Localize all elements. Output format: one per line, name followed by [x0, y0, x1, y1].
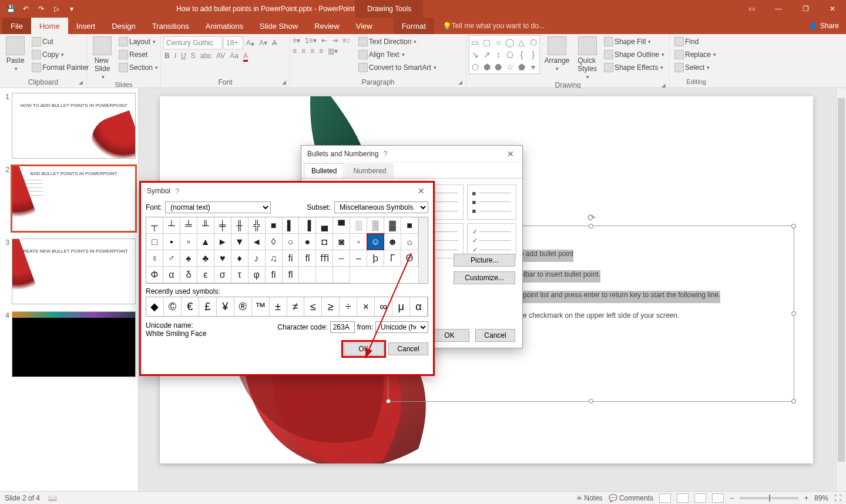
symbol-cell[interactable]: ♀: [146, 250, 163, 267]
tab-numbered[interactable]: Numbered: [345, 163, 394, 178]
bullet-style-check[interactable]: ✓✓✓: [467, 223, 517, 258]
tab-format[interactable]: Format: [394, 18, 434, 34]
symbol-cell[interactable]: Γ: [384, 250, 401, 267]
justify-button[interactable]: ≡: [319, 47, 323, 55]
save-button[interactable]: 💾: [4, 2, 18, 16]
font-dialog-launcher[interactable]: ◢: [282, 79, 286, 85]
comments-button[interactable]: 💬 Comments: [609, 494, 653, 502]
font-family-combo[interactable]: Century Gothic: [163, 36, 222, 49]
recent-symbol-cell[interactable]: ©: [164, 297, 182, 316]
symbol-cell[interactable]: ﬁ: [283, 250, 300, 267]
ribbon-display-options-button[interactable]: ▭: [738, 0, 765, 18]
scroll-thumb[interactable]: [838, 98, 845, 462]
align-left-button[interactable]: ≡: [293, 47, 297, 55]
close-icon[interactable]: ✕: [415, 186, 427, 196]
spellcheck-icon[interactable]: 📖: [48, 494, 57, 502]
recent-symbol-cell[interactable]: ×: [357, 297, 375, 316]
recent-symbol-cell[interactable]: ™: [252, 297, 270, 316]
italic-button[interactable]: I: [174, 52, 176, 62]
shrink-font-button[interactable]: A▾: [257, 39, 269, 47]
text-direction-button[interactable]: Text Direction▾: [356, 35, 439, 48]
symbol-cell[interactable]: ♥: [214, 250, 231, 267]
symbol-cell[interactable]: ﬂ: [299, 250, 316, 267]
font-size-combo[interactable]: 18+: [223, 36, 243, 49]
symbol-cell[interactable]: ╫: [231, 217, 249, 234]
recent-symbols-row[interactable]: ◆©€£¥®™±≠≤≥÷×∞μα: [146, 297, 428, 317]
symbol-cell[interactable]: ╬: [249, 217, 266, 234]
maximize-button[interactable]: ❐: [792, 0, 819, 18]
symbol-cell[interactable]: ‒: [333, 250, 350, 267]
symbol-cell[interactable]: ◄: [249, 234, 266, 250]
normal-view-button[interactable]: [659, 493, 671, 503]
symbol-cell[interactable]: ○: [283, 234, 300, 250]
tab-bulleted[interactable]: Bulleted: [304, 163, 344, 178]
subset-select[interactable]: Miscellaneous Symbols: [334, 201, 428, 213]
new-slide-button[interactable]: New Slide▾: [89, 35, 115, 81]
tab-transitions[interactable]: Transitions: [144, 18, 197, 34]
bold-button[interactable]: B: [164, 52, 170, 62]
slide-thumbnails-panel[interactable]: 1 HOW TO ADD BULLET POINTS IN POWERPOINT…: [0, 88, 139, 491]
vertical-scrollbar[interactable]: [836, 88, 846, 491]
increase-indent-button[interactable]: ⇥: [332, 36, 338, 45]
symbol-cell[interactable]: ◊: [266, 234, 283, 250]
symbol-cell[interactable]: ■: [401, 217, 418, 234]
symbol-cell[interactable]: ╧: [180, 217, 197, 234]
symbol-grid-scrollbar[interactable]: [418, 217, 428, 283]
symbol-cell[interactable]: ▒: [367, 217, 384, 234]
tab-slideshow[interactable]: Slide Show: [251, 18, 306, 34]
symbol-cell[interactable]: ▓: [384, 217, 401, 234]
tab-review[interactable]: Review: [306, 18, 348, 34]
recent-symbol-cell[interactable]: ≤: [304, 297, 322, 316]
tell-me-search[interactable]: 💡 Tell me what you want to do...: [434, 18, 553, 34]
from-select[interactable]: Unicode (hex): [375, 321, 428, 333]
close-icon[interactable]: ✕: [505, 149, 516, 159]
help-button[interactable]: ?: [378, 149, 392, 158]
clipboard-dialog-launcher[interactable]: ◢: [79, 79, 83, 85]
align-right-button[interactable]: ≡: [310, 47, 314, 55]
sorter-view-button[interactable]: [677, 493, 689, 503]
symbol-cell[interactable]: ▐: [299, 217, 316, 234]
notes-button[interactable]: ≐ Notes: [576, 494, 603, 502]
close-button[interactable]: ✕: [819, 0, 846, 18]
symbol-cell[interactable]: ♦: [231, 250, 249, 267]
reset-button[interactable]: Reset: [116, 48, 160, 61]
symbol-cell[interactable]: ▀: [333, 217, 350, 234]
strikethrough-button[interactable]: abc: [200, 52, 212, 62]
symbol-cell[interactable]: δ: [180, 267, 197, 283]
symbol-cell[interactable]: ●: [299, 234, 316, 250]
recent-symbol-cell[interactable]: α: [410, 297, 428, 316]
tab-animations[interactable]: Animations: [197, 18, 251, 34]
symbol-cell[interactable]: ♪: [249, 250, 266, 267]
symbol-cell[interactable]: ▪: [163, 234, 180, 250]
start-slideshow-button[interactable]: ▷: [49, 2, 63, 16]
dialog-titlebar[interactable]: Bullets and Numbering ? ✕: [301, 146, 522, 162]
quick-styles-button[interactable]: Quick Styles▾: [574, 35, 600, 81]
symbol-cell[interactable]: ♂: [163, 250, 180, 267]
zoom-slider[interactable]: [740, 497, 798, 499]
char-spacing-button[interactable]: AV: [216, 52, 225, 62]
section-button[interactable]: Section▾: [116, 61, 160, 74]
format-painter-button[interactable]: Format Painter: [29, 61, 91, 74]
minimize-button[interactable]: —: [765, 0, 792, 18]
symbol-cell[interactable]: Φ: [146, 267, 163, 283]
symbol-cell[interactable]: Θ: [401, 250, 418, 267]
recent-symbol-cell[interactable]: μ: [392, 297, 410, 316]
zoom-level[interactable]: 89%: [814, 494, 828, 502]
undo-button[interactable]: ↶: [19, 2, 33, 16]
symbol-cell[interactable]: ┬: [146, 217, 163, 234]
symbol-cell[interactable]: [299, 267, 316, 283]
select-button[interactable]: Select▾: [672, 61, 719, 74]
copy-button[interactable]: Copy▾: [29, 48, 91, 61]
slide-thumbnail-1[interactable]: HOW TO ADD BULLET POINTS IN POWERPOINT: [12, 93, 136, 159]
symbol-cell[interactable]: σ: [214, 267, 231, 283]
shape-fill-button[interactable]: Shape Fill▾: [602, 35, 667, 48]
customize-button[interactable]: Customize...: [454, 271, 515, 284]
symbol-cell[interactable]: φ: [249, 267, 266, 283]
dialog-titlebar[interactable]: Symbol ? ✕: [141, 183, 433, 199]
qat-customize-button[interactable]: ▾: [65, 2, 79, 16]
symbol-cell[interactable]: ε: [197, 267, 214, 283]
recent-symbol-cell[interactable]: ®: [234, 297, 252, 316]
symbol-cell[interactable]: ﬂ: [283, 267, 300, 283]
smartart-button[interactable]: Convert to SmartArt▾: [356, 61, 439, 74]
numbering-button[interactable]: 1≡▾: [305, 36, 317, 45]
